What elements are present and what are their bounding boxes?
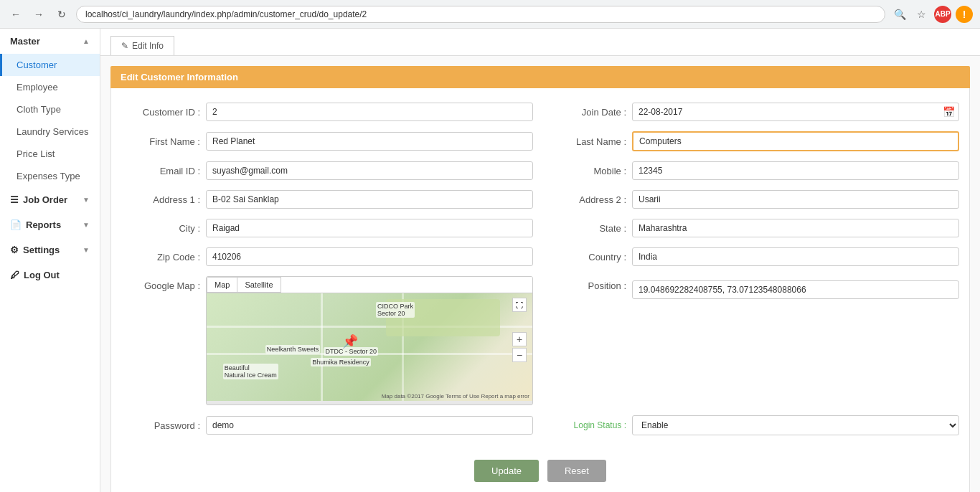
map-button[interactable]: Map	[207, 277, 237, 293]
form-section: Edit Customer Information Customer ID : …	[110, 66, 970, 492]
address2-label: Address 2 :	[547, 194, 626, 205]
login-status-label: Login Status :	[547, 420, 626, 430]
abp-badge[interactable]: ABP	[934, 6, 951, 23]
reports-chevron: ▼	[83, 221, 90, 229]
address1-input[interactable]	[206, 190, 533, 209]
password-label: Password :	[121, 420, 200, 431]
reports-label: Reports	[26, 219, 61, 230]
join-date-input[interactable]	[632, 103, 959, 121]
country-input[interactable]	[632, 247, 959, 266]
login-status-select[interactable]: Enable Disable	[632, 415, 959, 435]
map-label-icecream: BeautifulNatural Ice Cream	[223, 364, 278, 379]
field-mobile: Mobile :	[547, 161, 959, 180]
sidebar-item-cloth-type[interactable]: Cloth Type	[0, 98, 100, 120]
map-credit: Map data ©2017 Google Terms of Use Repor…	[382, 393, 529, 399]
settings-label: Settings	[23, 245, 60, 255]
url-bar[interactable]	[76, 6, 885, 23]
form-actions: Update Reset	[121, 445, 959, 492]
forward-button[interactable]: →	[30, 6, 47, 23]
satellite-button[interactable]: Satellite	[237, 277, 281, 293]
country-label: Country :	[547, 252, 626, 262]
logout-icon: 🖊	[10, 270, 19, 280]
map-label-neelkanth: Neelkanth Sweets	[265, 345, 321, 354]
field-join-date: Join Date : 📅	[547, 103, 959, 121]
customer-id-input[interactable]	[206, 103, 533, 121]
row-names: First Name : Last Name :	[121, 131, 959, 151]
email-input[interactable]	[206, 161, 533, 180]
star-icon-btn[interactable]: ☆	[913, 6, 930, 23]
field-zip-code: Zip Code :	[121, 247, 533, 266]
laundry-services-label: Laundry Services	[17, 126, 88, 137]
address1-label: Address 1 :	[121, 194, 200, 205]
search-icon-btn[interactable]: 🔍	[891, 6, 908, 23]
row-email-mobile: Email ID : Mobile :	[121, 161, 959, 180]
last-name-input[interactable]	[632, 131, 959, 151]
employee-label: Employee	[17, 82, 58, 93]
mobile-label: Mobile :	[547, 166, 626, 176]
job-order-icon-label: ☰ Job Order	[10, 194, 67, 205]
first-name-label: First Name :	[121, 136, 200, 147]
settings-icon: ⚙	[10, 245, 19, 255]
sidebar-item-price-list[interactable]: Price List	[0, 143, 100, 165]
sidebar-item-expenses-type[interactable]: Expenses Type	[0, 165, 100, 187]
field-password: Password :	[121, 416, 533, 435]
zoom-out-button[interactable]: −	[512, 348, 527, 362]
google-map-label: Google Map :	[121, 276, 200, 291]
mobile-input[interactable]	[632, 161, 959, 180]
field-state: State :	[547, 219, 959, 237]
master-label: Master	[10, 36, 40, 47]
warn-badge: !	[956, 6, 973, 23]
master-chevron: ▲	[83, 37, 90, 45]
row-addresses: Address 1 : Address 2 :	[121, 190, 959, 209]
state-label: State :	[547, 223, 626, 234]
map-placeholder: CIDCO ParkSector 20 Neelkanth Sweets DTD…	[207, 293, 532, 401]
position-input[interactable]	[632, 280, 959, 299]
calendar-icon[interactable]: 📅	[943, 106, 955, 118]
field-last-name: Last Name :	[547, 131, 959, 151]
row-zip-country: Zip Code : Country :	[121, 247, 959, 266]
fullscreen-icon[interactable]: ⛶	[512, 298, 527, 312]
city-label: City :	[121, 223, 200, 234]
settings-section[interactable]: ⚙ Settings ▼	[0, 237, 100, 262]
form-header: Edit Customer Information	[110, 66, 970, 88]
zoom-in-button[interactable]: +	[512, 332, 527, 346]
sidebar: Master ▲ Customer Employee Cloth Type La…	[0, 29, 100, 492]
field-address1: Address 1 :	[121, 190, 533, 209]
update-button[interactable]: Update	[474, 460, 539, 482]
pencil-icon: ✎	[121, 41, 128, 51]
state-input[interactable]	[632, 219, 959, 237]
first-name-input[interactable]	[206, 132, 533, 151]
tab-bar: ✎ Edit Info	[100, 29, 980, 56]
settings-chevron: ▼	[83, 246, 90, 254]
logout-label: Log Out	[24, 270, 60, 280]
app-container: Master ▲ Customer Employee Cloth Type La…	[0, 29, 980, 492]
price-list-label: Price List	[17, 148, 55, 159]
logout-icon-label: 🖊 Log Out	[10, 270, 60, 280]
reports-section[interactable]: 📄 Reports ▼	[0, 212, 100, 237]
reset-button[interactable]: Reset	[547, 460, 606, 482]
join-date-label: Join Date :	[547, 107, 626, 118]
password-input[interactable]	[206, 416, 533, 435]
master-section[interactable]: Master ▲	[0, 29, 100, 54]
sidebar-item-customer[interactable]: Customer	[0, 54, 100, 76]
edit-info-tab[interactable]: ✎ Edit Info	[110, 36, 174, 55]
address2-input[interactable]	[632, 190, 959, 209]
sidebar-item-laundry-services[interactable]: Laundry Services	[0, 120, 100, 143]
main-content: ✎ Edit Info Edit Customer Information Cu…	[100, 29, 980, 492]
cloth-type-label: Cloth Type	[17, 104, 61, 115]
refresh-button[interactable]: ↻	[53, 6, 70, 23]
city-input[interactable]	[206, 219, 533, 237]
browser-bar: ← → ↻ 🔍 ☆ ABP !	[0, 0, 980, 29]
sidebar-item-employee[interactable]: Employee	[0, 76, 100, 98]
field-address2: Address 2 :	[547, 190, 959, 209]
zip-code-input[interactable]	[206, 247, 533, 266]
job-order-section[interactable]: ☰ Job Order ▼	[0, 187, 100, 212]
logout-section[interactable]: 🖊 Log Out	[0, 262, 100, 288]
browser-icons: 🔍 ☆ ABP !	[891, 6, 973, 23]
email-label: Email ID :	[121, 166, 200, 176]
customer-id-label: Customer ID :	[121, 107, 200, 118]
row-city-state: City : State :	[121, 219, 959, 237]
back-button[interactable]: ←	[7, 6, 24, 23]
form-body: Customer ID : Join Date : 📅 First N	[110, 88, 970, 492]
map-container[interactable]: Map Satellite	[206, 276, 533, 405]
